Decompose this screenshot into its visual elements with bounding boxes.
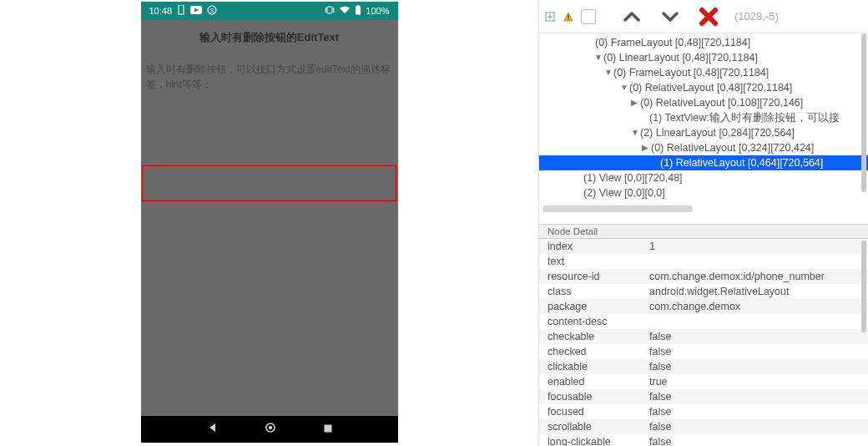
- detail-key: checked: [539, 344, 641, 359]
- disclosure-icon[interactable]: ▼: [594, 50, 603, 65]
- nav-back-icon[interactable]: [206, 422, 218, 437]
- status-phone-icon: [177, 5, 185, 17]
- detail-value: false: [641, 359, 868, 374]
- close-button[interactable]: [696, 4, 721, 29]
- detail-value: com.change.demox: [641, 299, 868, 314]
- tree-row[interactable]: (1) TextView:输入时有删除按钮，可以接: [539, 110, 868, 125]
- svg-rect-1: [180, 13, 182, 14]
- disclosure-icon[interactable]: ▼: [620, 80, 628, 95]
- tree-row[interactable]: (1) View [0,0][720,48]: [539, 170, 868, 185]
- detail-row: classandroid.widget.RelativeLayout: [539, 284, 868, 299]
- node-detail-header: Node Detail: [539, 224, 868, 239]
- detail-row: long-clickablefalse: [539, 434, 868, 446]
- svg-rect-9: [357, 5, 360, 7]
- detail-key: focusable: [539, 389, 641, 404]
- detail-key: package: [539, 299, 641, 314]
- tree-row[interactable]: ▼(0) LinearLayout [0,48][720,1184]: [539, 50, 868, 65]
- detail-row: index1: [539, 239, 868, 254]
- tree-row[interactable]: ▼(2) LinearLayout [0,284][720,564]: [539, 125, 868, 140]
- status-bar: 10:48 S: [141, 2, 398, 20]
- node-detail-panel[interactable]: index1textresource-idcom.change.demox:id…: [539, 239, 868, 446]
- app-bar: 输入时有删除按钮的EditText: [141, 20, 398, 55]
- phone-preview-area: 10:48 S: [0, 0, 538, 446]
- tree-row-label: (0) LinearLayout [0,48][720,1184]: [603, 50, 758, 65]
- detail-value: false: [641, 419, 868, 434]
- phone-frame: 10:48 S: [141, 2, 398, 443]
- tree-row[interactable]: ▼(0) RelativeLayout [0,48][720,1184]: [539, 80, 868, 95]
- detail-key: content-desc: [539, 314, 641, 329]
- expand-all-icon[interactable]: [544, 11, 556, 23]
- svg-rect-16: [568, 15, 568, 18]
- inspector-panel: (1028,-5) (0) FrameLayout [0,48][720,118…: [538, 0, 868, 446]
- status-battery-icon: [355, 5, 361, 17]
- detail-row: resource-idcom.change.demox:id/phone_num…: [539, 269, 868, 284]
- detail-value: android.widget.RelativeLayout: [641, 284, 868, 299]
- detail-value: 1: [641, 239, 868, 254]
- tree-row[interactable]: ▼(0) FrameLayout [0,48][720,1184]: [539, 65, 868, 80]
- svg-rect-12: [324, 425, 331, 433]
- svg-rect-17: [568, 18, 568, 19]
- detail-value: false: [641, 344, 868, 359]
- tree-row[interactable]: (2) View [0,0][0,0]: [539, 185, 868, 200]
- detail-row: text: [539, 254, 868, 269]
- tree-row[interactable]: ▶(0) RelativeLayout [0,324][720,424]: [539, 140, 868, 155]
- expand-down-button[interactable]: [654, 6, 686, 28]
- detail-key: checkable: [539, 329, 641, 344]
- tree-row[interactable]: ▶(0) RelativeLayout [0,108][720,146]: [539, 95, 868, 110]
- nav-home-icon[interactable]: [265, 422, 276, 437]
- detail-row: clickablefalse: [539, 359, 868, 374]
- detail-key: clickable: [539, 359, 641, 374]
- detail-value: false: [641, 329, 868, 344]
- detail-key: enabled: [539, 374, 641, 389]
- detail-row: focusedfalse: [539, 404, 868, 419]
- warning-icon[interactable]: [563, 11, 574, 23]
- tree-row-label: (1) TextView:输入时有删除按钮，可以接: [649, 110, 840, 125]
- hierarchy-tree[interactable]: (0) FrameLayout [0,48][720,1184]▼(0) Lin…: [539, 33, 868, 224]
- tree-row[interactable]: (0) FrameLayout [0,48][720,1184]: [539, 35, 868, 50]
- disclosure-icon[interactable]: ▶: [631, 95, 639, 110]
- nav-recents-icon[interactable]: [323, 422, 333, 437]
- detail-value: true: [641, 374, 868, 389]
- detail-value: false: [641, 404, 868, 419]
- detail-value: [641, 314, 868, 329]
- tree-row-label: (1) View [0,0][720,48]: [583, 170, 683, 185]
- status-vibrate-icon: [325, 5, 335, 17]
- app-bar-title: 输入时有删除按钮的EditText: [199, 30, 339, 45]
- detail-key: class: [539, 284, 641, 299]
- status-youtube-icon: [190, 6, 202, 16]
- detail-row: content-desc: [539, 314, 868, 329]
- android-navbar: [141, 416, 398, 443]
- description-text: 输入时有删除按钮，可以接口方式设置editText的描述标签，hint等等：: [141, 58, 398, 95]
- detail-key: index: [539, 239, 641, 254]
- disclosure-icon[interactable]: ▼: [631, 125, 639, 140]
- status-wifi-icon: [339, 6, 351, 16]
- detail-key: scrollable: [539, 419, 641, 434]
- detail-key: focused: [539, 404, 641, 419]
- disclosure-icon[interactable]: ▶: [642, 140, 650, 155]
- tree-row-label: (0) RelativeLayout [0,108][720,146]: [640, 95, 803, 110]
- svg-text:S: S: [210, 8, 214, 13]
- detail-row: packagecom.change.demox: [539, 299, 868, 314]
- filter-toggle[interactable]: [581, 9, 596, 24]
- svg-rect-8: [356, 7, 361, 15]
- collapse-up-button[interactable]: [616, 6, 648, 28]
- detail-row: focusablefalse: [539, 389, 868, 404]
- detail-key: resource-id: [539, 269, 641, 284]
- status-time: 10:48: [149, 6, 173, 16]
- cursor-coords: (1028,-5): [734, 10, 779, 23]
- tree-row[interactable]: (1) RelativeLayout [0,464][720,564]: [539, 155, 868, 170]
- tree-row-label: (1) RelativeLayout [0,464][720,564]: [660, 155, 823, 170]
- svg-rect-5: [327, 7, 332, 13]
- detail-value: false: [641, 389, 868, 404]
- disclosure-icon[interactable]: ▼: [604, 65, 613, 80]
- detail-key: text: [539, 254, 641, 269]
- tree-row-label: (2) LinearLayout [0,284][720,564]: [640, 125, 795, 140]
- detail-row: checkedfalse: [539, 344, 868, 359]
- detail-row: enabledtrue: [539, 374, 868, 389]
- tree-row-label: (0) RelativeLayout [0,324][720,424]: [651, 140, 814, 155]
- tree-row-label: (0) FrameLayout [0,48][720,1184]: [595, 35, 750, 50]
- detail-value: [641, 254, 868, 269]
- inspector-toolbar: (1028,-5): [539, 0, 868, 33]
- tree-row-label: (0) RelativeLayout [0,48][720,1184]: [629, 80, 792, 95]
- svg-point-11: [268, 426, 271, 429]
